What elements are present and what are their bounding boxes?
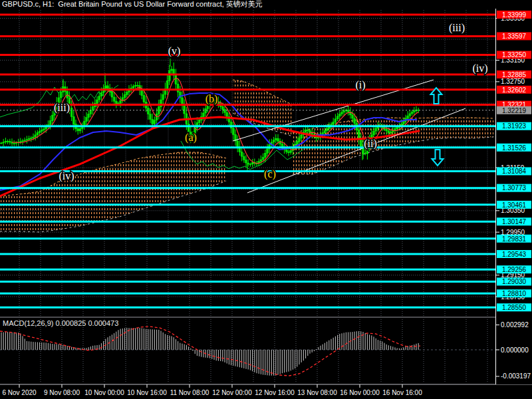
ichimoku-cloud — [0, 80, 493, 232]
candle-body — [124, 95, 126, 98]
time-axis[interactable]: 6 Nov 20209 Nov 08:0010 Nov 00:0010 Nov … — [2, 384, 422, 396]
candle-body — [205, 109, 207, 113]
candle-body — [7, 142, 9, 142]
candle-body — [88, 114, 90, 117]
macd-tick-label: -0.003197 — [501, 372, 531, 380]
candle-body — [35, 135, 37, 137]
candle-body — [388, 131, 390, 133]
candle-body — [90, 110, 92, 114]
candle-body — [41, 130, 43, 132]
support-price-label: 1.29256 — [502, 266, 527, 273]
wave-label-6[interactable]: (i) — [355, 79, 365, 91]
candle-body — [37, 133, 39, 135]
candle-body — [150, 114, 152, 120]
candle-body — [162, 94, 164, 100]
support-price-label: 1.30773 — [502, 184, 527, 192]
candle-body — [237, 141, 239, 147]
candle-body — [243, 156, 245, 160]
candle-body — [347, 110, 349, 112]
candle-body — [296, 141, 298, 144]
wave-label-0[interactable]: (iii) — [54, 102, 70, 114]
time-tick-label: 10 Nov 00:00 — [84, 389, 124, 396]
time-tick-label: 16 Nov 16:00 — [382, 389, 422, 396]
candle-body — [221, 106, 223, 109]
candle-body — [326, 128, 328, 130]
support-price-label: 1.31923 — [502, 122, 527, 130]
candle-body — [147, 108, 149, 114]
candle-body — [96, 100, 98, 103]
candle-body — [409, 114, 411, 116]
wave-label-2[interactable]: (v) — [168, 45, 181, 57]
time-tick-label: 10 Nov 16:00 — [127, 389, 167, 396]
candle-body — [9, 142, 11, 142]
down-arrow[interactable] — [432, 150, 444, 166]
candle-body — [43, 129, 45, 130]
candle-body — [134, 85, 136, 86]
wave-label-9[interactable]: (iv) — [472, 63, 487, 74]
wave-label-8[interactable]: (iii) — [449, 22, 465, 34]
time-tick-label: 16 Nov 00:00 — [340, 389, 380, 396]
macd-tick-label: 0.000000 — [501, 346, 529, 354]
candle-body — [264, 153, 266, 157]
candle-body — [154, 120, 156, 124]
wave-label-3[interactable]: (b) — [205, 93, 218, 105]
macd-tick-label: 0.002992 — [501, 321, 529, 329]
candle-body — [113, 97, 115, 101]
candle-body — [24, 140, 26, 141]
wave-label-7[interactable]: (ii) — [364, 138, 377, 150]
candle-body — [334, 119, 336, 122]
candle-body — [207, 106, 209, 109]
candle-body — [299, 138, 301, 141]
cloud-area-1 — [233, 80, 293, 136]
candle-body — [338, 114, 340, 116]
level-lines — [0, 15, 495, 307]
candle-body — [100, 92, 102, 96]
candle-body — [79, 129, 81, 131]
wave-label-1[interactable]: (iv) — [59, 170, 74, 182]
mt-chart-window: (iii)(iv)(v)(b)(a)(c)(i)(ii)(iii)(iv)1.3… — [0, 0, 532, 399]
time-tick-label: 9 Nov 08:00 — [44, 389, 80, 396]
candle-body — [160, 100, 162, 107]
candle-body — [33, 137, 35, 138]
candle-body — [70, 108, 72, 116]
candle-body — [224, 110, 226, 112]
wave-label-4[interactable]: (a) — [185, 132, 197, 144]
candle-body — [341, 112, 343, 114]
candle-body — [26, 140, 28, 140]
time-tick-label: 13 Nov 08:00 — [297, 389, 337, 396]
candle-body — [177, 84, 179, 92]
candle-body — [402, 121, 404, 124]
candle-body — [126, 92, 128, 95]
candle-body — [251, 162, 253, 164]
candle-body — [245, 160, 247, 162]
candle-body — [115, 101, 117, 104]
support-price-label: 1.31526 — [502, 144, 527, 152]
support-price-label: 1.29543 — [502, 251, 527, 258]
macd-indicator-label: MACD(12,26,9) 0.000825 0.000473 — [3, 319, 118, 327]
candle-body — [364, 153, 366, 154]
candle-body — [60, 92, 62, 98]
chart-canvas[interactable]: (iii)(iv)(v)(b)(a)(c)(i)(ii)(iii)(iv)1.3… — [0, 0, 532, 399]
candle-body — [305, 130, 307, 132]
candle-body — [301, 135, 303, 138]
candle-body — [275, 138, 277, 140]
time-tick-label: 11 Nov 08:00 — [170, 389, 209, 396]
resistance-price-label: 1.33999 — [502, 11, 527, 19]
support-price-label: 1.30461 — [502, 201, 527, 209]
candle-body — [15, 143, 17, 144]
candle-body — [166, 81, 168, 89]
candle-body — [273, 140, 275, 142]
candle-body — [396, 128, 398, 129]
cloud-area-0 — [0, 152, 226, 232]
wave-label-5[interactable]: (c) — [264, 168, 276, 180]
candle-body — [226, 112, 228, 116]
candle-body — [373, 131, 375, 135]
candle-body — [3, 142, 5, 143]
candle-body — [132, 86, 134, 88]
candle-body — [309, 131, 311, 132]
candle-body — [72, 116, 74, 124]
candle-body — [332, 122, 334, 124]
candle-body — [120, 100, 122, 103]
candle-body — [285, 150, 287, 152]
candle-body — [28, 139, 30, 140]
